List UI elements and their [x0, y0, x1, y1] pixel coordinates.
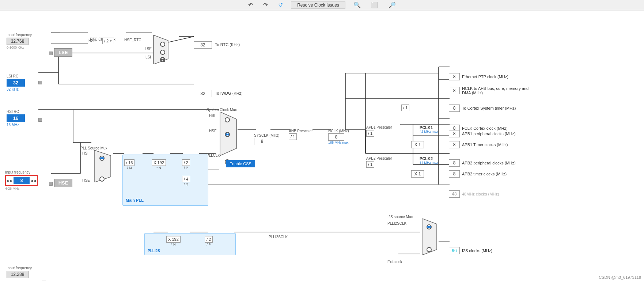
pclk1-section: PCLK1 42 MHz max [420, 125, 438, 133]
mul-n-section: X 192 * N [152, 159, 166, 170]
lsi-value-block: 32 [7, 79, 25, 87]
lse-mux-label: LSE [145, 47, 152, 51]
pclk2-section: PCLK2 84 MHz max [420, 156, 438, 164]
resolve-clock-btn[interactable]: Resolve Clock Issues [291, 1, 345, 9]
hclk-ahb-value: 8 [449, 87, 460, 94]
pclk2-max-label: 84 MHz max [420, 161, 438, 164]
apb2-timer-row: 8 APB2 timer clocks (MHz) [449, 170, 507, 178]
pll-radio-hse[interactable] [99, 176, 105, 182]
enable-css-btn[interactable]: Enable CSS [226, 160, 255, 167]
rtc-radio-lse[interactable] [160, 50, 165, 55]
apb2-timer-value: 8 [449, 170, 460, 178]
toolbar: ↶ ↷ ↺ Resolve Clock Issues 🔍 ⬜ 🔎 [0, 0, 644, 10]
lse-range-label: 0-1000 KHz [7, 46, 32, 49]
i2s-mux-label: I2S source Mux [387, 215, 413, 219]
apb1-timer-value: 8 [449, 141, 460, 148]
hsi-connector [38, 118, 42, 122]
zoom-out-icon[interactable]: 🔎 [386, 1, 398, 9]
sys-radio-hse[interactable] [225, 132, 230, 137]
sysclk-section: SYSCLK (MHz) 8 [254, 133, 279, 145]
hclk-section: HCLK (MHz) 8 168 MHz max [328, 129, 349, 144]
lse-connector [49, 52, 53, 55]
mhz48-label: 48MHz clocks (MHz) [462, 192, 499, 196]
mul-n-dropdown[interactable]: X 192 [152, 159, 166, 166]
ahb-dropdown[interactable]: / 1 [289, 133, 297, 140]
cortex-div1-section: / 1 [401, 105, 409, 111]
sysclk-value-box: 8 [254, 138, 270, 145]
sys-radio-hsi[interactable] [225, 117, 230, 122]
apb1-prescaler-section: APB1 Prescaler / 1 [366, 125, 392, 137]
redo-btn[interactable]: ↷ [261, 1, 270, 9]
hclk-ahb-row: 8 HCLK to AHB bus, core, memory and DMA … [449, 86, 535, 95]
bottom-input-label: Input frequency [7, 266, 32, 270]
i2s-value: 96 [449, 247, 460, 254]
x1-apb2-box: X 1 [411, 170, 424, 178]
div-m-dropdown[interactable]: / 16 [124, 159, 135, 166]
div-q-section: / 4 / Q [182, 176, 190, 186]
ahb-prescaler-section: AHB Prescaler / 1 [289, 129, 313, 140]
plli2s-label: PLLI2S [148, 249, 160, 253]
to-rtc-label: To RTC (KHz) [215, 42, 240, 47]
hse-input-label: Input frequency [5, 170, 38, 174]
hsi-freq-label: 16 MHz [7, 123, 25, 127]
lsi-freq-label: 32 KHz [7, 87, 25, 91]
ext-clock-label: Ext.clock [387, 260, 402, 264]
apb2-periph-value: 8 [449, 159, 460, 167]
plli2s-box: PLLI2S [144, 233, 236, 255]
lse-input-section: Input frequency 0-1000 KHz [7, 33, 32, 49]
apb2-dropdown[interactable]: / 1 [366, 161, 374, 168]
i2s-label: I2S clocks (MHz) [462, 248, 492, 253]
div-p-section: / 2 / P [182, 159, 190, 170]
x1-apb1-box: X 1 [411, 141, 424, 148]
lsi-section: LSI RC 32 32 KHz [7, 74, 25, 91]
lse-input-field[interactable] [7, 38, 29, 45]
to-rtc-section: 32 [194, 41, 212, 49]
hse-pll-label: HSE [82, 178, 90, 182]
hse-input-section: Input frequency ▶▶ 8 ◀◀ 4-26 MHz [5, 170, 38, 190]
rtc-radio-hse[interactable] [160, 42, 165, 47]
hsi-pll-label: HSI [82, 151, 88, 155]
undo-btn[interactable]: ↶ [246, 1, 255, 9]
x1-apb2-section: X 1 [411, 170, 424, 178]
hsi-section: HSI RC 16 16 MHz [7, 110, 25, 127]
rtc-value-box: 32 [194, 41, 212, 49]
main-pll-label: Main PLL [126, 198, 144, 202]
x1-apb1-section: X 1 [411, 141, 424, 148]
to-iwdg-section: 32 [194, 90, 212, 97]
pll-radio-hsi[interactable] [99, 156, 105, 161]
i2s-radio-plli2s[interactable] [427, 224, 432, 229]
bottom-input-field[interactable] [7, 271, 29, 278]
cortex-div1-dropdown[interactable]: / 1 [401, 105, 409, 111]
div-p-dropdown[interactable]: / 2 [182, 159, 190, 166]
pclk2-label: PCLK2 [420, 156, 438, 161]
iwdg-value-box: 32 [194, 90, 212, 97]
hse-div2-dropdown[interactable]: / 2 ▼ [102, 38, 114, 44]
mhz48-value: 48 [449, 190, 460, 198]
hse-value-block: 8 [14, 177, 30, 184]
hsi-sys-label: HSI [209, 114, 215, 118]
hse-connector [49, 182, 53, 186]
lsi-connector [38, 81, 42, 84]
refresh-btn[interactable]: ↺ [276, 1, 285, 9]
frame-icon[interactable]: ⬜ [369, 1, 380, 9]
hse-rtc-wire-label: HSE [88, 39, 96, 43]
hsi-value-block: 16 [7, 114, 25, 122]
mhz48-row: 48 48MHz clocks (MHz) [449, 190, 499, 198]
div-q-dropdown[interactable]: / 4 [182, 176, 190, 182]
apb1-dropdown[interactable]: / 1 [366, 130, 374, 137]
i2s-radio-ext[interactable] [427, 247, 432, 252]
plls-clk-label: PLLI2SCLK [387, 221, 406, 225]
rtc-radio-lsi[interactable] [160, 57, 165, 62]
hse-sys-label: HSE [209, 129, 217, 133]
apb1-label: APB1 Prescaler [366, 125, 392, 129]
hse-block: HSE [54, 179, 72, 187]
plli2s-n-dropdown[interactable]: X 192 [166, 236, 181, 243]
watermark: CSDN @m0_61973119 [599, 275, 641, 280]
div-m-section: / 16 / M [124, 159, 135, 170]
zoom-in-icon[interactable]: 🔍 [351, 1, 363, 9]
lsi-label: LSI RC [7, 74, 25, 78]
lse-input-label: Input frequency [7, 33, 32, 37]
apb1-periph-row: 8 APB1 peripheral clocks (MHz) [449, 130, 516, 137]
cortex-sys-label: To Cortex System timer (MHz) [462, 106, 516, 110]
plli2s-r-dropdown[interactable]: / 2 [205, 236, 213, 243]
